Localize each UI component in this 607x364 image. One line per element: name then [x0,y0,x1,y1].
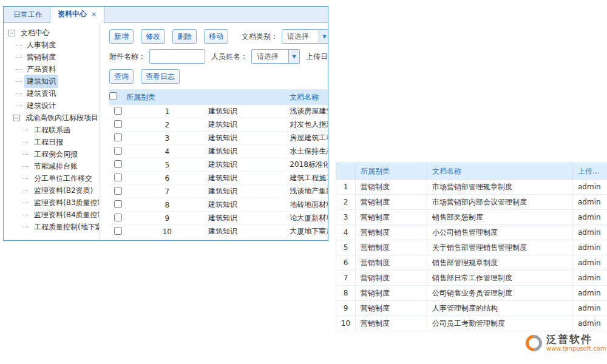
tree-item[interactable]: 建筑资讯 [7,87,99,99]
tab-data-center[interactable]: 资料中心 × [50,6,104,23]
tree-branch-icon [23,178,29,179]
tree-branch-icon [16,69,22,70]
row-checkbox[interactable] [114,120,122,128]
attachment-name-input[interactable] [149,49,205,64]
tree-item[interactable]: 监理资料(B4质量控制) [7,209,99,221]
toolbar-row-2: 附件名称： 人员姓名： 请选择 ▼ 上传日期 [109,49,328,64]
row-doc-name: 大厦地下室加气砼墙砌筑工程的施工方... [290,225,328,238]
table-row[interactable]: 1建筑知识浅谈房屋建筑和市政基础设施工程施工... [109,105,328,118]
document-center-window: 日常工作 资料中心 × 文档中心 人事制度营销制度产品资料建筑知识建筑资讯建筑设… [3,6,328,241]
table-row[interactable]: 8营销制度公司销售业务员管理制度admin [336,286,607,301]
row-doc-name: 市场营销部内部会议管理制度 [427,195,573,210]
table-row[interactable]: 2营销制度市场营销部内部会议管理制度admin [336,195,607,210]
tree-item-document-center[interactable]: 文档中心 [7,27,99,39]
close-icon[interactable]: × [91,10,97,18]
table-row[interactable]: 6营销制度销售部管理规章制度admin [336,255,607,271]
table-row[interactable]: 9建筑知识论大厦新材料、新结构、新技术、新工... [109,212,328,225]
tree-item[interactable]: 人事制度 [7,39,99,51]
tree-item-project[interactable]: 成渝高铁内江标段项目 [7,112,99,124]
tree-item[interactable]: 营销制度 [7,51,99,63]
row-checkbox[interactable] [114,227,122,235]
table-row[interactable]: 2建筑知识对发包人指定分包的工程施工进度安排... [109,118,328,132]
doc-table-body: 1建筑知识浅谈房屋建筑和市政基础设施工程施工...2建筑知识对发包人指定分包的工… [109,105,328,238]
attachment-name-label: 附件名称： [109,52,146,62]
tree-item[interactable]: 节能减排台账 [7,160,99,172]
row-uploader: admin [573,286,607,301]
row-doc-name: 小公司销售管理制度 [427,225,573,240]
row-checkbox[interactable] [114,214,122,221]
row-checkbox[interactable] [114,200,122,208]
tree-item[interactable]: 建筑知识 [7,75,99,87]
collapse-icon[interactable] [8,30,15,36]
row-doc-name: 公司员工考勤管理制度 [427,316,573,331]
row-number: 3 [126,132,208,145]
add-button[interactable]: 新增 [109,29,134,44]
row-category: 建筑知识 [208,118,290,132]
table-row[interactable]: 7建筑知识浅谈地产集团开发建设项目管理规划编... [109,185,328,198]
table-row[interactable]: 4营销制度小公司销售管理制度admin [336,225,607,240]
folder-tree: 文档中心 人事制度营销制度产品资料建筑知识建筑资讯建筑设计 成渝高铁内江标段项目… [4,23,100,240]
row-checkbox[interactable] [114,187,122,195]
row-number: 7 [336,271,356,286]
table-row[interactable]: 7营销制度销售部日常工作管理制度admin [336,271,607,286]
tree-item[interactable]: 产品资料 [7,63,99,75]
row-doc-name: 销售部管理规章制度 [427,255,573,271]
tree-item-label: 建筑资讯 [24,87,58,100]
row-checkbox[interactable] [114,174,122,181]
query-button[interactable]: 查询 [109,69,134,84]
row-checkbox[interactable] [114,147,122,155]
tree-item[interactable]: 工程联系函 [7,124,99,136]
window-body: 文档中心 人事制度营销制度产品资料建筑知识建筑资讯建筑设计 成渝高铁内江标段项目… [4,23,328,240]
move-button[interactable]: 移动 [204,29,228,44]
table-row[interactable]: 1营销制度市场营销部管理规章制度admin [336,180,607,195]
row-doc-name: 对发包人指定分包的工程施工进度安排... [290,118,328,132]
modify-button[interactable]: 修改 [141,29,165,44]
table-row[interactable]: 10营销制度公司员工考勤管理制度admin [336,316,607,331]
table-row[interactable]: 10建筑知识大厦地下室加气砼墙砌筑工程的施工方... [109,225,328,238]
tab-bar: 日常工作 资料中心 × [4,7,328,23]
select-all-checkbox[interactable] [109,92,117,100]
row-checkbox[interactable] [114,160,122,168]
tree-item-label: 分工单位工作移交 [32,172,95,185]
table-row[interactable]: 3营销制度销售部奖惩制度admin [336,210,607,225]
row-uploader: admin [573,271,607,286]
tree-item[interactable]: 分工单位工作移交 [7,172,99,184]
column-header-doc-name: 文档名称 [427,163,573,180]
delete-button[interactable]: 删除 [172,29,197,44]
row-checkbox[interactable] [114,107,122,115]
table-row[interactable]: 3建筑知识房屋建筑工程总承包投标书（技术标）... [109,132,328,145]
doc-table-header-row: 所属别类 文档名称 [109,89,328,105]
row-number: 4 [126,145,208,158]
tree-item[interactable]: 工程日报 [7,136,99,148]
table-row[interactable]: 5建筑知识2018标准化监理项目部(业主项目部)人员... [109,158,328,172]
row-category: 建筑知识 [208,145,290,158]
row-number: 5 [336,240,356,255]
row-doc-name: 市场营销部管理规章制度 [427,180,573,195]
row-doc-name: 人事管理制度的结构 [427,301,573,316]
tree-item[interactable]: 监理资料(B2资质) [7,184,99,197]
table-row[interactable]: 8建筑知识地砖地面材料、机具准备、质量要求及... [109,198,328,212]
tree-item[interactable]: 建筑设计 [7,99,99,112]
tree-branch-icon [16,106,22,106]
tree-item[interactable]: 工程质量控制(地下室) [7,221,99,233]
row-category: 营销制度 [356,180,427,195]
tab-daily-work[interactable]: 日常工作 [6,7,50,23]
toolbar-row-1: 新增 修改 删除 移动 文档类别： 请选择 ▼ 文档 [109,29,328,44]
row-number: 5 [126,158,208,172]
tree-item-label: 工程联系函 [32,123,73,136]
person-name-select[interactable]: 请选择 ▼ [251,49,300,64]
row-category: 营销制度 [356,255,427,271]
tree-item[interactable]: 监理资料(B3质量控制) [7,197,99,209]
collapse-icon[interactable] [13,115,20,121]
row-category: 建筑知识 [208,225,290,238]
table-row[interactable]: 9营销制度人事管理制度的结构admin [336,301,607,316]
table-row[interactable]: 6建筑知识建筑工程施工发包与承包违法行为认定... [109,172,328,185]
row-checkbox[interactable] [114,133,122,141]
view-log-button[interactable]: 查看日志 [141,69,180,84]
tree-item[interactable]: 工程例会周报 [7,148,99,160]
row-category: 建筑知识 [208,132,290,145]
doc-category-select[interactable]: 请选择 ▼ [282,29,328,44]
table-row[interactable]: 4建筑知识水土保持生态环境监测网络的建设与资... [109,145,328,158]
table-row[interactable]: 5营销制度关于销售部管理销售管理制度admin [336,240,607,255]
row-number: 1 [126,105,208,118]
